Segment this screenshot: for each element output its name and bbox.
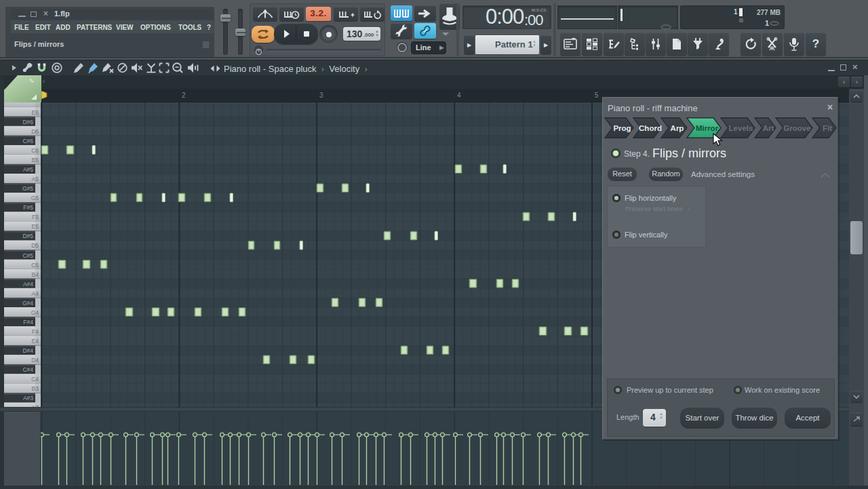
svg-text:Prog: Prog: [613, 124, 631, 132]
svg-text:Arp: Arp: [671, 124, 684, 132]
svg-text:D#4: D#4: [22, 347, 33, 354]
svg-text:Fit: Fit: [823, 124, 832, 132]
svg-text:D#5: D#5: [22, 233, 33, 239]
svg-text:A#3: A#3: [23, 395, 33, 402]
svg-text:C#4: C#4: [22, 366, 33, 373]
svg-text:C#5: C#5: [22, 252, 33, 259]
svg-text:Chord: Chord: [639, 124, 662, 132]
svg-text:A#5: A#5: [23, 166, 33, 173]
svg-text:F#4: F#4: [23, 319, 33, 326]
svg-text:D#6: D#6: [22, 119, 33, 125]
svg-text:Groove: Groove: [783, 124, 810, 132]
svg-text:A#4: A#4: [23, 281, 33, 288]
svg-text:G#4: G#4: [22, 300, 33, 307]
svg-text:F#5: F#5: [23, 204, 33, 211]
svg-text:Levels: Levels: [729, 124, 753, 132]
svg-text:Art: Art: [763, 124, 774, 132]
svg-text:Mirror: Mirror: [696, 124, 719, 132]
svg-text:G#5: G#5: [22, 185, 33, 192]
svg-text:C#6: C#6: [22, 138, 33, 144]
